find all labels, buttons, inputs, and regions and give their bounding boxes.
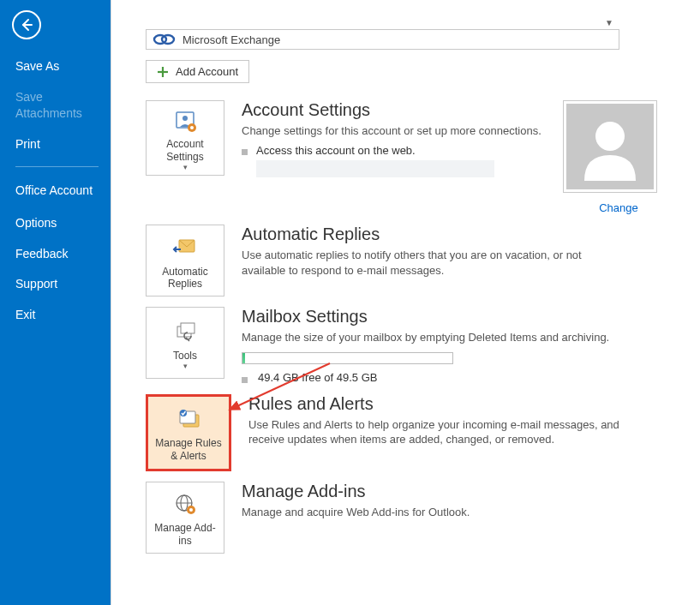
mailbox-free-text: 49.4 GB free of 49.5 GB bbox=[258, 371, 377, 384]
nav-options[interactable]: Options bbox=[0, 208, 111, 239]
section-desc: Manage and acquire Web Add-ins for Outlo… bbox=[242, 505, 619, 520]
account-type-icon bbox=[147, 31, 181, 48]
dropdown-caret-icon: ▼ bbox=[605, 18, 613, 27]
section-automatic-replies: Automatic Replies Automatic Replies Use … bbox=[146, 225, 674, 297]
chevron-down-icon: ▾ bbox=[183, 362, 188, 370]
avatar-frame bbox=[563, 100, 657, 193]
add-account-label: Add Account bbox=[176, 65, 238, 78]
svg-point-2 bbox=[162, 35, 174, 44]
add-account-button[interactable]: Add Account bbox=[146, 60, 249, 83]
nav-save-attachments: Save Attachments bbox=[0, 82, 111, 129]
mailbox-usage-fill bbox=[242, 353, 245, 363]
nav-separator bbox=[15, 166, 99, 167]
automatic-replies-tile[interactable]: Automatic Replies bbox=[146, 225, 224, 297]
avatar-placeholder-icon bbox=[566, 104, 654, 189]
nav-feedback[interactable]: Feedback bbox=[0, 239, 111, 270]
web-access-link-text: Access this account on the web. bbox=[256, 144, 416, 157]
bullet-icon bbox=[242, 377, 248, 383]
main-panel: Microsoft Exchange ▼ Add Account Account… bbox=[111, 0, 700, 605]
section-desc: Change settings for this account or set … bbox=[242, 123, 546, 139]
manage-addins-tile[interactable]: Manage Add-ins bbox=[146, 482, 224, 554]
backstage-sidebar: Save As Save Attachments Print Office Ac… bbox=[0, 0, 111, 605]
mailbox-usage-bar bbox=[242, 352, 453, 364]
account-settings-tile[interactable]: Account Settings ▾ bbox=[146, 100, 224, 176]
section-manage-addins: Manage Add-ins Manage Add-ins Manage and… bbox=[146, 482, 674, 554]
nav-print[interactable]: Print bbox=[0, 129, 111, 160]
addins-icon bbox=[172, 489, 198, 520]
section-title: Account Settings bbox=[242, 100, 546, 120]
account-selector-label: Microsoft Exchange bbox=[181, 33, 280, 46]
section-title: Manage Add-ins bbox=[242, 482, 674, 501]
section-desc: Use Rules and Alerts to help organize yo… bbox=[248, 417, 625, 447]
account-selector[interactable]: Microsoft Exchange ▼ bbox=[146, 29, 619, 50]
bullet-icon bbox=[242, 149, 248, 155]
section-title: Automatic Replies bbox=[242, 225, 674, 244]
section-desc: Use automatic replies to notify others t… bbox=[242, 248, 619, 278]
section-account-settings: Account Settings ▾ Account Settings Chan… bbox=[146, 100, 674, 214]
section-desc: Manage the size of your mailbox by empty… bbox=[242, 330, 619, 345]
tile-label: Tools bbox=[173, 350, 197, 362]
svg-point-9 bbox=[595, 122, 625, 151]
account-settings-icon bbox=[172, 106, 198, 136]
plus-icon bbox=[157, 66, 169, 78]
section-title: Rules and Alerts bbox=[248, 394, 674, 414]
rules-alerts-icon bbox=[175, 404, 202, 435]
tools-tile[interactable]: Tools ▾ bbox=[146, 307, 224, 379]
chevron-down-icon: ▾ bbox=[183, 163, 188, 171]
svg-point-8 bbox=[190, 126, 194, 129]
redacted-url bbox=[256, 160, 494, 177]
arrow-left-icon bbox=[19, 17, 34, 33]
section-title: Mailbox Settings bbox=[242, 307, 674, 326]
nav-save-as[interactable]: Save As bbox=[0, 51, 111, 82]
tile-label: Manage Add-ins bbox=[150, 522, 220, 547]
svg-point-21 bbox=[189, 508, 193, 512]
svg-point-6 bbox=[182, 116, 188, 121]
section-mailbox-settings: Tools ▾ Mailbox Settings Manage the size… bbox=[146, 307, 674, 384]
change-avatar-link[interactable]: Change bbox=[563, 201, 674, 214]
nav-support[interactable]: Support bbox=[0, 269, 111, 300]
tile-label: Account Settings bbox=[150, 138, 220, 163]
back-button[interactable] bbox=[12, 10, 41, 39]
automatic-replies-icon bbox=[172, 233, 198, 264]
svg-point-16 bbox=[180, 410, 187, 416]
section-rules-alerts: Manage Rules & Alerts Rules and Alerts U… bbox=[146, 394, 674, 471]
tile-label: Automatic Replies bbox=[150, 266, 220, 291]
tools-icon bbox=[172, 317, 198, 348]
nav-exit[interactable]: Exit bbox=[0, 300, 111, 331]
nav-office-account[interactable]: Office Account bbox=[0, 174, 111, 208]
manage-rules-alerts-tile[interactable]: Manage Rules & Alerts bbox=[146, 394, 231, 471]
tile-label: Manage Rules & Alerts bbox=[152, 437, 225, 462]
